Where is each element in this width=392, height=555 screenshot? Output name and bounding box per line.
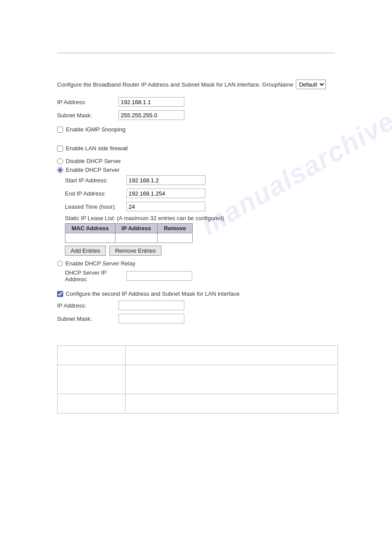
- enable-dhcp-radio[interactable]: [57, 167, 63, 173]
- dhcp-sub-section: Start IP Address: End IP Address: Leased…: [65, 175, 335, 256]
- disable-dhcp-radio[interactable]: [57, 158, 63, 164]
- bottom-table-row-3: [58, 394, 338, 414]
- subnet-mask-row: Subnet Mask:: [57, 110, 335, 120]
- second-subnet-mask-input[interactable]: [119, 314, 184, 323]
- start-ip-row: Start IP Address:: [65, 175, 335, 185]
- end-ip-row: End IP Address:: [65, 189, 335, 198]
- ip-address-input[interactable]: [119, 97, 184, 107]
- relay-ip-row: DHCP Server IP Address:: [65, 269, 335, 283]
- desc-text: Configure the Broadband Router IP Addres…: [57, 81, 293, 88]
- second-subnet-mask-row: Subnet Mask:: [57, 314, 335, 323]
- lan-firewall-checkbox[interactable]: [57, 145, 63, 152]
- top-divider: [57, 53, 335, 53]
- second-subnet-mask-label: Subnet Mask:: [57, 316, 119, 322]
- second-ip-address-row: IP Address:: [57, 301, 335, 310]
- subnet-mask-input[interactable]: [119, 110, 184, 120]
- relay-radio-row: Enable DHCP Server Relay: [57, 260, 335, 267]
- second-ip-checkbox[interactable]: [57, 291, 63, 297]
- bottom-cell-1-left: [58, 346, 126, 365]
- static-lease-label: Static IP Lease List: (A maximum 32 entr…: [65, 215, 335, 221]
- bottom-table-row-2: [58, 365, 338, 394]
- bottom-cell-2-left: [58, 365, 126, 394]
- ip-address-header: IP Address: [115, 224, 157, 233]
- subnet-mask-label: Subnet Mask:: [57, 112, 119, 119]
- lease-table-empty-row: [65, 233, 193, 243]
- bottom-cell-3-left: [58, 394, 126, 414]
- enable-dhcp-label: Enable DHCP Server: [66, 167, 120, 173]
- start-ip-label: Start IP Address:: [65, 177, 126, 184]
- mac-address-header: MAC Address: [65, 224, 115, 233]
- bottom-cell-1-right: [125, 346, 338, 365]
- bottom-cell-2-right: [125, 365, 338, 394]
- second-ip-checkbox-row: Configure the second IP Address and Subn…: [57, 290, 335, 297]
- relay-ip-label: DHCP Server IP Address:: [65, 269, 126, 283]
- relay-ip-input[interactable]: [126, 271, 192, 281]
- remove-header: Remove: [157, 224, 192, 233]
- ip-cell: [115, 233, 157, 243]
- bottom-table-row-1: [58, 346, 338, 365]
- lan-firewall-row: Enable LAN side firewall: [57, 145, 335, 152]
- ip-address-label: IP Address:: [57, 99, 119, 105]
- leased-time-row: Leased Time (hour):: [65, 202, 335, 211]
- lease-btn-row: Add Entries Remove Entries: [65, 246, 335, 256]
- mac-cell: [65, 233, 115, 243]
- remove-cell: [157, 233, 192, 243]
- bottom-table: [57, 345, 338, 414]
- leased-time-label: Leased Time (hour):: [65, 203, 126, 210]
- end-ip-label: End IP Address:: [65, 190, 126, 197]
- ip-address-row: IP Address:: [57, 97, 335, 107]
- disable-dhcp-row: Disable DHCP Server: [57, 158, 335, 164]
- add-entries-button[interactable]: Add Entries: [65, 246, 106, 256]
- start-ip-input[interactable]: [126, 175, 205, 185]
- lease-table-header-row: MAC Address IP Address Remove: [65, 224, 193, 233]
- enable-dhcp-row: Enable DHCP Server: [57, 167, 335, 173]
- second-ip-address-label: IP Address:: [57, 302, 119, 309]
- leased-time-input[interactable]: [126, 202, 205, 211]
- second-ip-address-input[interactable]: [119, 301, 184, 310]
- relay-radio[interactable]: [57, 261, 63, 266]
- lan-firewall-label: Enable LAN side firewall: [66, 145, 128, 152]
- igmp-row: Enable IGMP Snooping: [57, 126, 335, 133]
- section-description: Configure the Broadband Router IP Addres…: [57, 80, 335, 89]
- bottom-cell-3-right: [125, 394, 338, 414]
- relay-label: Enable DHCP Server Relay: [65, 260, 135, 267]
- igmp-label: Enable IGMP Snooping: [66, 126, 126, 133]
- lease-table: MAC Address IP Address Remove: [65, 223, 193, 243]
- end-ip-input[interactable]: [126, 189, 205, 198]
- second-ip-section: Configure the second IP Address and Subn…: [57, 290, 335, 323]
- groupname-select[interactable]: Default: [296, 80, 326, 89]
- igmp-checkbox[interactable]: [57, 127, 63, 133]
- disable-dhcp-label: Disable DHCP Server: [66, 158, 121, 164]
- remove-entries-button[interactable]: Remove Entries: [109, 246, 161, 256]
- second-ip-label-text: Configure the second IP Address and Subn…: [66, 290, 240, 297]
